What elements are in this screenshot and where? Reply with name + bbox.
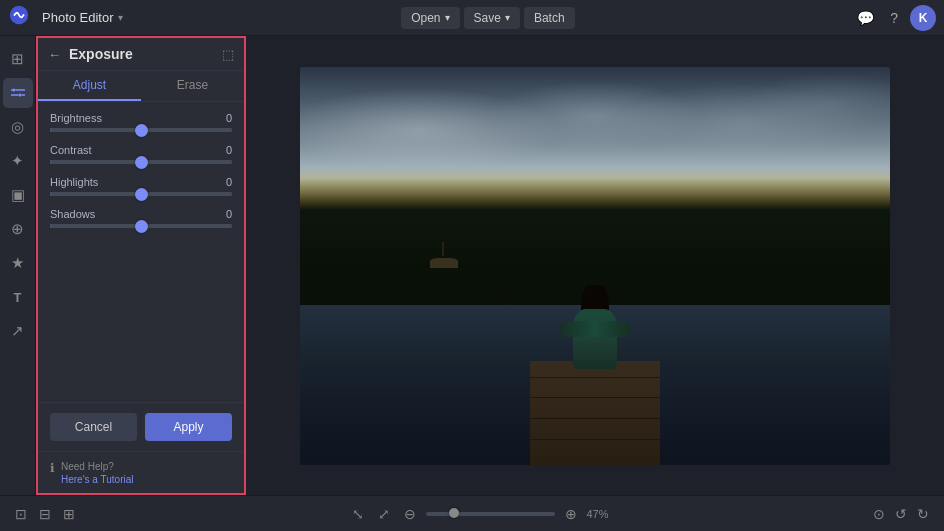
canvas-area (246, 36, 944, 495)
app-title: Photo Editor (42, 10, 114, 25)
batch-button[interactable]: Batch (524, 7, 575, 29)
back-button[interactable]: ← (48, 47, 61, 62)
zoom-out-button[interactable]: ⊖ (400, 504, 420, 524)
help-tutorial-link[interactable]: Here's a Tutorial (61, 474, 134, 485)
sidebar-item-people[interactable]: ⊕ (3, 214, 33, 244)
shadows-label: Shadows (50, 208, 95, 220)
zoom-controls: ⤡ ⤢ ⊖ ⊕ 47% (348, 504, 617, 524)
help-button[interactable]: ? (886, 6, 902, 30)
layers-view-icon[interactable]: ⊡ (12, 503, 30, 525)
sidebar-item-retouch[interactable]: ✦ (3, 146, 33, 176)
open-chevron-icon: ▾ (445, 12, 450, 23)
chat-button[interactable]: 💬 (853, 6, 878, 30)
save-chevron-icon: ▾ (505, 12, 510, 23)
shadows-slider-row: Shadows 0 (50, 208, 232, 228)
panel-actions: Cancel Apply (38, 402, 244, 451)
icon-sidebar: ⊞ ◎ ✦ ▣ ⊕ ★ T ↗ (0, 36, 36, 495)
panel-help: ℹ Need Help? Here's a Tutorial (38, 451, 244, 493)
highlights-label: Highlights (50, 176, 98, 188)
panel-info-icon[interactable]: ⬚ (222, 47, 234, 62)
main-area: ⊞ ◎ ✦ ▣ ⊕ ★ T ↗ ← Exposure ⬚ Adjust Er (0, 36, 944, 495)
photo-canvas (300, 67, 890, 465)
figure-body (573, 309, 617, 369)
expand-fit-button[interactable]: ⤡ (348, 504, 368, 524)
sidebar-item-layers[interactable]: ⊞ (3, 44, 33, 74)
app-logo (8, 4, 36, 32)
cancel-button[interactable]: Cancel (50, 413, 137, 441)
title-chevron[interactable]: ▾ (118, 12, 123, 23)
tab-erase[interactable]: Erase (141, 71, 244, 101)
svg-point-4 (18, 94, 21, 97)
undo-history-button[interactable]: ⊙ (870, 503, 888, 525)
photo-boat (430, 258, 458, 268)
redo-button[interactable]: ↻ (914, 503, 932, 525)
apply-button[interactable]: Apply (145, 413, 232, 441)
shadows-slider[interactable] (50, 224, 232, 228)
panel-header: ← Exposure ⬚ (38, 38, 244, 71)
topbar-center-controls: Open ▾ Save ▾ Batch (401, 7, 574, 29)
sidebar-item-stickers[interactable]: ★ (3, 248, 33, 278)
sidebar-item-adjustments[interactable] (3, 78, 33, 108)
zoom-slider[interactable] (426, 512, 555, 516)
save-button[interactable]: Save ▾ (464, 7, 520, 29)
panel-title: Exposure (69, 46, 222, 62)
sidebar-item-text[interactable]: T (3, 282, 33, 312)
topbar-right-controls: 💬 ? K (853, 5, 936, 31)
help-info-icon: ℹ (50, 461, 55, 475)
contrast-label: Contrast (50, 144, 92, 156)
avatar[interactable]: K (910, 5, 936, 31)
highlights-slider-row: Highlights 0 (50, 176, 232, 196)
highlights-slider[interactable] (50, 192, 232, 196)
brightness-slider-row: Brightness 0 (50, 112, 232, 132)
sidebar-item-frames[interactable]: ▣ (3, 180, 33, 210)
bottom-bar: ⊡ ⊟ ⊞ ⤡ ⤢ ⊖ ⊕ 47% ⊙ ↺ ↻ (0, 495, 944, 531)
topbar: Photo Editor ▾ Open ▾ Save ▾ Batch 💬 ? K (0, 0, 944, 36)
figure-arms (559, 321, 631, 337)
contrast-value: 0 (226, 144, 232, 156)
tab-adjust[interactable]: Adjust (38, 71, 141, 101)
sliders-area: Brightness 0 Contrast 0 Highlights 0 (38, 102, 244, 402)
compare-icon[interactable]: ⊟ (36, 503, 54, 525)
contrast-slider[interactable] (50, 160, 232, 164)
photo-dock (530, 361, 660, 464)
bottom-right: ⊙ ↺ ↻ (870, 503, 932, 525)
sidebar-item-export[interactable]: ↗ (3, 316, 33, 346)
brightness-slider[interactable] (50, 128, 232, 132)
help-title: Need Help? (61, 460, 134, 474)
bottom-center: ⤡ ⤢ ⊖ ⊕ 47% (94, 504, 870, 524)
contrast-slider-row: Contrast 0 (50, 144, 232, 164)
grid-icon[interactable]: ⊞ (60, 503, 78, 525)
brightness-value: 0 (226, 112, 232, 124)
undo-button[interactable]: ↺ (892, 503, 910, 525)
brightness-label: Brightness (50, 112, 102, 124)
zoom-in-button[interactable]: ⊕ (561, 504, 581, 524)
bottom-tools: ⊡ ⊟ ⊞ (12, 503, 78, 525)
exposure-panel: ← Exposure ⬚ Adjust Erase Brightness 0 C… (36, 36, 246, 495)
zoom-level: 47% (587, 508, 617, 520)
highlights-value: 0 (226, 176, 232, 188)
shadows-value: 0 (226, 208, 232, 220)
photo-mast (442, 242, 444, 256)
sidebar-item-effects[interactable]: ◎ (3, 112, 33, 142)
zoom-fit-button[interactable]: ⤢ (374, 504, 394, 524)
panel-tabs: Adjust Erase (38, 71, 244, 102)
open-button[interactable]: Open ▾ (401, 7, 459, 29)
